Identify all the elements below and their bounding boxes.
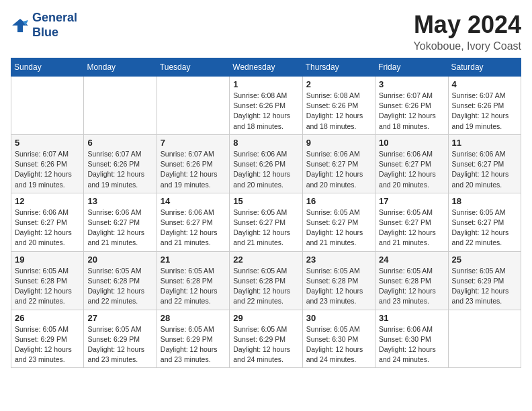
calendar-cell: 19Sunrise: 6:05 AM Sunset: 6:28 PM Dayli… xyxy=(11,251,84,310)
day-info: Sunrise: 6:05 AM Sunset: 6:27 PM Dayligh… xyxy=(379,208,444,248)
day-info: Sunrise: 6:07 AM Sunset: 6:26 PM Dayligh… xyxy=(161,149,226,190)
day-info: Sunrise: 6:06 AM Sunset: 6:27 PM Dayligh… xyxy=(452,149,517,190)
calendar-cell xyxy=(448,310,521,368)
day-number: 12 xyxy=(15,196,80,206)
weekday-header: Saturday xyxy=(448,58,521,77)
day-number: 24 xyxy=(379,255,444,265)
day-info: Sunrise: 6:05 AM Sunset: 6:29 PM Dayligh… xyxy=(161,324,226,365)
day-number: 30 xyxy=(306,313,371,323)
day-info: Sunrise: 6:08 AM Sunset: 6:26 PM Dayligh… xyxy=(306,91,371,132)
calendar-week-row: 19Sunrise: 6:05 AM Sunset: 6:28 PM Dayli… xyxy=(11,251,521,310)
calendar-cell: 27Sunrise: 6:05 AM Sunset: 6:29 PM Dayli… xyxy=(84,310,157,368)
calendar-cell: 18Sunrise: 6:05 AM Sunset: 6:27 PM Dayli… xyxy=(448,193,521,251)
day-number: 18 xyxy=(452,196,517,206)
calendar-cell: 29Sunrise: 6:05 AM Sunset: 6:29 PM Dayli… xyxy=(230,310,302,368)
calendar-cell: 15Sunrise: 6:05 AM Sunset: 6:27 PM Dayli… xyxy=(230,193,302,251)
day-info: Sunrise: 6:06 AM Sunset: 6:27 PM Dayligh… xyxy=(306,149,371,190)
month-title: May 2024 xyxy=(414,11,521,39)
calendar-cell: 22Sunrise: 6:05 AM Sunset: 6:28 PM Dayli… xyxy=(230,251,302,310)
day-number: 17 xyxy=(379,196,444,206)
day-number: 26 xyxy=(15,313,80,323)
calendar-cell: 7Sunrise: 6:07 AM Sunset: 6:26 PM Daylig… xyxy=(157,134,229,193)
calendar-cell: 28Sunrise: 6:05 AM Sunset: 6:29 PM Dayli… xyxy=(157,310,229,368)
day-number: 23 xyxy=(306,255,371,265)
day-info: Sunrise: 6:07 AM Sunset: 6:26 PM Dayligh… xyxy=(452,91,517,132)
day-number: 11 xyxy=(452,138,517,148)
calendar-cell: 20Sunrise: 6:05 AM Sunset: 6:28 PM Dayli… xyxy=(84,251,157,310)
day-number: 5 xyxy=(15,138,80,148)
weekday-header: Thursday xyxy=(302,58,375,77)
day-number: 25 xyxy=(452,255,517,265)
calendar-week-row: 12Sunrise: 6:06 AM Sunset: 6:27 PM Dayli… xyxy=(11,193,521,251)
day-info: Sunrise: 6:05 AM Sunset: 6:29 PM Dayligh… xyxy=(15,324,80,365)
calendar-table: SundayMondayTuesdayWednesdayThursdayFrid… xyxy=(11,58,521,368)
calendar-cell: 3Sunrise: 6:07 AM Sunset: 6:26 PM Daylig… xyxy=(375,77,448,135)
day-number: 29 xyxy=(233,313,298,323)
calendar-cell: 25Sunrise: 6:05 AM Sunset: 6:29 PM Dayli… xyxy=(448,251,521,310)
day-number: 19 xyxy=(15,255,80,265)
calendar-cell: 2Sunrise: 6:08 AM Sunset: 6:26 PM Daylig… xyxy=(302,77,375,135)
day-number: 9 xyxy=(306,138,371,148)
day-info: Sunrise: 6:08 AM Sunset: 6:26 PM Dayligh… xyxy=(233,91,298,132)
calendar-week-row: 5Sunrise: 6:07 AM Sunset: 6:26 PM Daylig… xyxy=(11,134,521,193)
day-number: 13 xyxy=(87,196,152,206)
day-info: Sunrise: 6:06 AM Sunset: 6:27 PM Dayligh… xyxy=(87,208,152,248)
calendar-cell: 17Sunrise: 6:05 AM Sunset: 6:27 PM Dayli… xyxy=(375,193,448,251)
weekday-header: Wednesday xyxy=(230,58,302,77)
calendar-cell: 31Sunrise: 6:06 AM Sunset: 6:30 PM Dayli… xyxy=(375,310,448,368)
calendar-cell: 21Sunrise: 6:05 AM Sunset: 6:28 PM Dayli… xyxy=(157,251,229,310)
day-number: 31 xyxy=(379,313,444,323)
day-info: Sunrise: 6:05 AM Sunset: 6:29 PM Dayligh… xyxy=(233,324,298,365)
day-number: 21 xyxy=(161,255,226,265)
day-number: 2 xyxy=(306,79,371,89)
calendar-cell: 23Sunrise: 6:05 AM Sunset: 6:28 PM Dayli… xyxy=(302,251,375,310)
calendar-cell: 30Sunrise: 6:05 AM Sunset: 6:30 PM Dayli… xyxy=(302,310,375,368)
day-number: 3 xyxy=(379,79,444,89)
calendar-cell: 13Sunrise: 6:06 AM Sunset: 6:27 PM Dayli… xyxy=(84,193,157,251)
day-info: Sunrise: 6:05 AM Sunset: 6:29 PM Dayligh… xyxy=(452,266,517,307)
day-number: 28 xyxy=(161,313,226,323)
day-info: Sunrise: 6:06 AM Sunset: 6:27 PM Dayligh… xyxy=(161,208,226,248)
day-info: Sunrise: 6:05 AM Sunset: 6:28 PM Dayligh… xyxy=(87,266,152,307)
day-info: Sunrise: 6:05 AM Sunset: 6:27 PM Dayligh… xyxy=(306,208,371,248)
day-info: Sunrise: 6:05 AM Sunset: 6:27 PM Dayligh… xyxy=(233,208,298,248)
logo-text: General Blue xyxy=(32,11,77,40)
weekday-header: Friday xyxy=(375,58,448,77)
day-info: Sunrise: 6:06 AM Sunset: 6:27 PM Dayligh… xyxy=(379,149,444,190)
calendar-cell: 6Sunrise: 6:07 AM Sunset: 6:26 PM Daylig… xyxy=(84,134,157,193)
day-info: Sunrise: 6:05 AM Sunset: 6:28 PM Dayligh… xyxy=(233,266,298,307)
day-info: Sunrise: 6:05 AM Sunset: 6:30 PM Dayligh… xyxy=(306,324,371,365)
day-number: 22 xyxy=(233,255,298,265)
calendar-cell: 1Sunrise: 6:08 AM Sunset: 6:26 PM Daylig… xyxy=(230,77,302,135)
calendar-cell: 16Sunrise: 6:05 AM Sunset: 6:27 PM Dayli… xyxy=(302,193,375,251)
calendar-cell xyxy=(11,77,84,135)
calendar-cell: 14Sunrise: 6:06 AM Sunset: 6:27 PM Dayli… xyxy=(157,193,229,251)
day-info: Sunrise: 6:06 AM Sunset: 6:30 PM Dayligh… xyxy=(379,324,444,365)
day-info: Sunrise: 6:06 AM Sunset: 6:26 PM Dayligh… xyxy=(233,149,298,190)
day-info: Sunrise: 6:05 AM Sunset: 6:28 PM Dayligh… xyxy=(379,266,444,307)
day-info: Sunrise: 6:05 AM Sunset: 6:28 PM Dayligh… xyxy=(306,266,371,307)
calendar-week-row: 1Sunrise: 6:08 AM Sunset: 6:26 PM Daylig… xyxy=(11,77,521,135)
day-number: 16 xyxy=(306,196,371,206)
calendar-cell: 24Sunrise: 6:05 AM Sunset: 6:28 PM Dayli… xyxy=(375,251,448,310)
day-info: Sunrise: 6:05 AM Sunset: 6:27 PM Dayligh… xyxy=(452,208,517,248)
day-number: 4 xyxy=(452,79,517,89)
calendar-cell: 11Sunrise: 6:06 AM Sunset: 6:27 PM Dayli… xyxy=(448,134,521,193)
logo-bird-icon xyxy=(11,16,30,35)
day-number: 15 xyxy=(233,196,298,206)
day-info: Sunrise: 6:05 AM Sunset: 6:28 PM Dayligh… xyxy=(15,266,80,307)
calendar-cell: 8Sunrise: 6:06 AM Sunset: 6:26 PM Daylig… xyxy=(230,134,302,193)
day-info: Sunrise: 6:05 AM Sunset: 6:28 PM Dayligh… xyxy=(161,266,226,307)
day-number: 7 xyxy=(161,138,226,148)
calendar-cell: 26Sunrise: 6:05 AM Sunset: 6:29 PM Dayli… xyxy=(11,310,84,368)
calendar-cell: 10Sunrise: 6:06 AM Sunset: 6:27 PM Dayli… xyxy=(375,134,448,193)
day-number: 1 xyxy=(233,79,298,89)
weekday-header: Sunday xyxy=(11,58,84,77)
weekday-header: Tuesday xyxy=(157,58,229,77)
day-info: Sunrise: 6:07 AM Sunset: 6:26 PM Dayligh… xyxy=(379,91,444,132)
day-info: Sunrise: 6:07 AM Sunset: 6:26 PM Dayligh… xyxy=(15,149,80,190)
day-number: 6 xyxy=(87,138,152,148)
day-number: 27 xyxy=(87,313,152,323)
day-number: 10 xyxy=(379,138,444,148)
title-block: May 2024 Yokoboue, Ivory Coast xyxy=(414,11,521,52)
